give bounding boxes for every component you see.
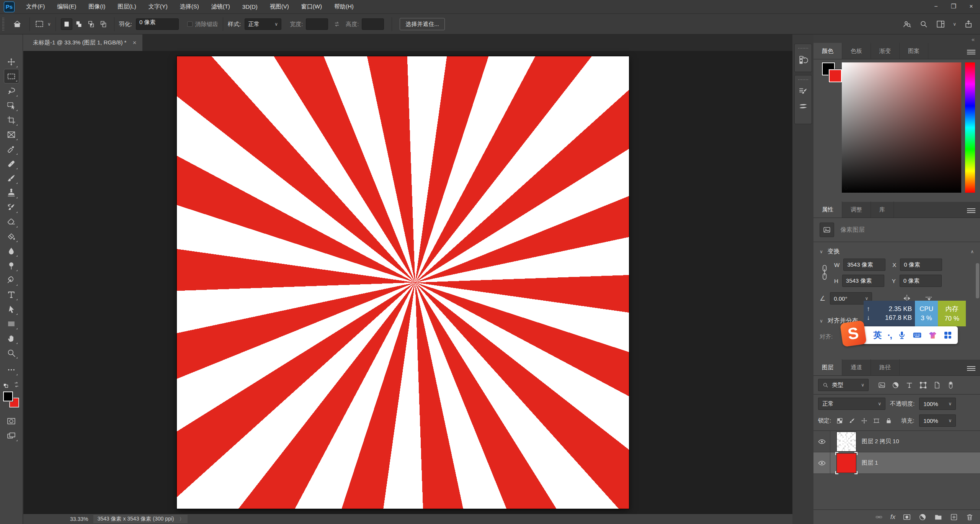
subtract-selection-mode[interactable] bbox=[85, 18, 97, 30]
canvas-document[interactable] bbox=[177, 56, 629, 509]
menu-type[interactable]: 文字(Y) bbox=[142, 0, 174, 14]
new-adjustment-icon[interactable] bbox=[918, 513, 927, 521]
tab-layers[interactable]: 图层 bbox=[813, 359, 842, 375]
layer-name[interactable]: 图层 2 拷贝 10 bbox=[862, 438, 899, 445]
tool-rectangular-marquee[interactable] bbox=[4, 69, 19, 84]
new-selection-mode[interactable] bbox=[61, 18, 72, 30]
width-input[interactable] bbox=[306, 18, 328, 30]
document-tab[interactable]: 未标题-1 @ 33.3% (图层 1, RGB/8) * × bbox=[23, 34, 142, 51]
tool-path-selection[interactable] bbox=[4, 302, 19, 316]
filter-type-icon[interactable] bbox=[905, 381, 913, 389]
memory-monitor[interactable]: 内存 70 % bbox=[938, 301, 966, 326]
microphone-icon[interactable] bbox=[897, 331, 906, 340]
layer-thumbnail[interactable] bbox=[836, 453, 856, 473]
height-value-input[interactable]: 3543 像素 bbox=[842, 275, 884, 287]
tool-paint-bucket[interactable] bbox=[4, 229, 19, 244]
menu-view[interactable]: 视图(V) bbox=[264, 0, 295, 14]
tool-crop[interactable] bbox=[4, 113, 19, 127]
maximize-button[interactable]: ❐ bbox=[945, 0, 962, 13]
share-icon[interactable] bbox=[964, 20, 973, 29]
tab-gradients[interactable]: 渐变 bbox=[871, 43, 900, 59]
x-value-input[interactable]: 0 像素 bbox=[900, 259, 942, 271]
anti-alias-option[interactable]: 消除锯齿 bbox=[187, 21, 218, 28]
collapse-panels-icon[interactable]: « bbox=[813, 34, 980, 43]
lock-artboard-icon[interactable] bbox=[873, 417, 880, 424]
menu-filter[interactable]: 滤镜(T) bbox=[205, 0, 236, 14]
tab-properties[interactable]: 属性 bbox=[813, 201, 842, 218]
tab-adjustments[interactable]: 调整 bbox=[842, 201, 871, 218]
tab-paths[interactable]: 路径 bbox=[871, 359, 900, 375]
tool-brush[interactable] bbox=[4, 171, 19, 185]
keyboard-icon[interactable] bbox=[912, 330, 922, 340]
tab-libraries[interactable]: 库 bbox=[871, 201, 894, 218]
add-selection-mode[interactable] bbox=[73, 18, 85, 30]
lock-all-icon[interactable] bbox=[885, 417, 892, 424]
chevron-down-icon[interactable]: ∨ bbox=[820, 318, 823, 324]
tool-clone-stamp[interactable] bbox=[4, 185, 19, 200]
screen-mode-button[interactable] bbox=[4, 428, 19, 443]
hue-slider[interactable] bbox=[965, 62, 975, 193]
new-layer-icon[interactable] bbox=[950, 513, 958, 521]
canvas-area[interactable] bbox=[23, 51, 792, 514]
menu-layer[interactable]: 图层(L) bbox=[111, 0, 142, 14]
filter-pixel-icon[interactable] bbox=[878, 381, 886, 389]
tool-move[interactable] bbox=[4, 54, 19, 69]
user-search-icon[interactable] bbox=[902, 20, 911, 29]
layer-effects-icon[interactable]: fx bbox=[890, 513, 895, 521]
panel-menu-icon[interactable] bbox=[967, 49, 975, 56]
caret-up-icon[interactable]: ∧ bbox=[970, 249, 974, 254]
delete-layer-icon[interactable] bbox=[965, 513, 974, 521]
filter-smart-object-icon[interactable] bbox=[933, 381, 941, 389]
add-mask-icon[interactable] bbox=[903, 513, 911, 521]
tab-swatches[interactable]: 色板 bbox=[842, 43, 871, 59]
select-and-mask-button[interactable]: 选择并遮住... bbox=[400, 18, 445, 30]
new-group-icon[interactable] bbox=[934, 513, 942, 521]
close-button[interactable]: × bbox=[962, 0, 980, 13]
tool-history-brush[interactable] bbox=[4, 200, 19, 215]
color-picker-marker[interactable] bbox=[844, 186, 848, 190]
tool-zoom[interactable] bbox=[4, 346, 19, 360]
menu-3d[interactable]: 3D(D) bbox=[236, 0, 264, 14]
filter-shape-icon[interactable] bbox=[919, 381, 927, 389]
tool-rectangle-shape[interactable] bbox=[4, 316, 19, 331]
tool-frame[interactable] bbox=[4, 127, 19, 142]
search-icon[interactable] bbox=[919, 20, 928, 29]
ime-language-toggle[interactable]: 英 bbox=[873, 329, 882, 341]
panel-menu-icon[interactable] bbox=[967, 365, 975, 372]
lock-transparency-icon[interactable] bbox=[836, 417, 843, 424]
blend-mode-select[interactable]: 正常 ∨ bbox=[818, 398, 885, 410]
tool-object-selection[interactable] bbox=[4, 98, 19, 113]
ime-punctuation-toggle[interactable]: ·, bbox=[887, 330, 892, 341]
minimize-button[interactable]: − bbox=[927, 0, 945, 13]
options-grip[interactable] bbox=[2, 18, 4, 31]
height-input[interactable] bbox=[362, 18, 384, 30]
swap-dimensions-icon[interactable] bbox=[333, 20, 341, 28]
lock-position-icon[interactable] bbox=[861, 417, 868, 424]
feather-input[interactable]: 0 像素 bbox=[136, 18, 179, 30]
tool-dodge[interactable] bbox=[4, 258, 19, 273]
foreground-color-swatch[interactable] bbox=[3, 391, 13, 401]
swap-colors-icon[interactable] bbox=[13, 381, 20, 388]
tool-type[interactable] bbox=[4, 287, 19, 302]
layer-name[interactable]: 图层 1 bbox=[862, 459, 878, 467]
panel-scrollbar[interactable] bbox=[976, 263, 979, 298]
tool-eraser[interactable] bbox=[4, 215, 19, 229]
menu-image[interactable]: 图像(I) bbox=[82, 0, 111, 14]
intersect-selection-mode[interactable] bbox=[98, 18, 109, 30]
tool-spot-healing[interactable] bbox=[4, 156, 19, 171]
ime-logo[interactable]: S bbox=[840, 320, 867, 347]
background-color-swatch[interactable] bbox=[829, 69, 842, 82]
close-tab-icon[interactable]: × bbox=[132, 39, 136, 47]
tab-color[interactable]: 颜色 bbox=[813, 43, 842, 59]
y-value-input[interactable]: 0 像素 bbox=[900, 275, 942, 287]
network-monitor[interactable]: ↑2.35 KB ↓167.8 KB bbox=[864, 301, 915, 326]
tool-pen[interactable] bbox=[4, 273, 19, 287]
tool-eyedropper[interactable] bbox=[4, 142, 19, 156]
brushes-icon[interactable] bbox=[798, 102, 808, 111]
menu-edit[interactable]: 编辑(E) bbox=[51, 0, 82, 14]
layer-thumbnail[interactable] bbox=[836, 432, 856, 452]
chevron-right-icon[interactable]: 〉 bbox=[179, 516, 184, 522]
tool-lasso[interactable] bbox=[4, 84, 19, 98]
tab-channels[interactable]: 通道 bbox=[842, 359, 871, 375]
chevron-down-icon[interactable]: ∨ bbox=[953, 21, 956, 27]
